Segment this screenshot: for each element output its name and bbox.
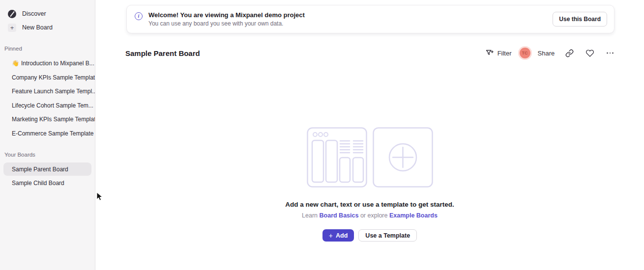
use-this-board-button[interactable]: Use this Board: [553, 12, 607, 27]
sidebar-item-label: New Board: [22, 24, 53, 31]
banner-title: Welcome! You are viewing a Mixpanel demo…: [148, 11, 305, 19]
sidebar-item-new-board[interactable]: + New Board: [0, 21, 95, 34]
sidebar-item-label: Lifecycle Cohort Sample Tem...: [12, 102, 93, 109]
plus-icon: +: [8, 24, 16, 32]
wave-emoji: 👋: [12, 60, 19, 67]
sidebar-item-label: Sample Parent Board: [12, 166, 68, 173]
empty-state-links: Learn Board Basics or explore Example Bo…: [302, 212, 438, 219]
sidebar-item-intro-mixpanel[interactable]: 👋 Introduction to Mixpanel B...: [0, 56, 95, 71]
board-header: Sample Parent Board Filter TC Share: [125, 46, 614, 60]
board-illustration-card-icon: [307, 127, 367, 188]
pinned-section-label: Pinned: [0, 46, 95, 52]
learn-prefix-text: Learn: [302, 212, 319, 219]
use-template-button[interactable]: Use a Template: [358, 229, 417, 242]
explore-middle-text: or explore: [358, 212, 389, 219]
demo-banner: i Welcome! You are viewing a Mixpanel de…: [126, 5, 615, 33]
copy-link-icon: [565, 49, 574, 57]
sidebar-item-label: Marketing KPIs Sample Template: [12, 116, 95, 123]
banner-text: Welcome! You are viewing a Mixpanel demo…: [148, 11, 305, 27]
info-icon: i: [135, 12, 143, 20]
sidebar-item-label: Feature Launch Sample Templ...: [12, 88, 95, 95]
sidebar-item-label: E-Commerce Sample Template: [12, 130, 94, 137]
sidebar-item-discover[interactable]: Discover: [0, 7, 95, 21]
page-title: Sample Parent Board: [125, 49, 200, 57]
share-label: Share: [538, 50, 555, 57]
more-menu-button[interactable]: [607, 53, 614, 54]
share-button[interactable]: Share: [538, 50, 555, 57]
sidebar-item-label: Discover: [22, 10, 46, 17]
favorite-heart-icon: [585, 49, 594, 57]
mixpanel-app: Discover + New Board Pinned 👋 Introducti…: [0, 0, 644, 270]
sidebar-item-feature-launch[interactable]: Feature Launch Sample Templ...: [0, 84, 95, 99]
empty-state: Add a new chart, text or use a template …: [95, 127, 644, 242]
sidebar-item-label: Company KPIs Sample Template: [12, 74, 95, 81]
main-area: i Welcome! You are viewing a Mixpanel de…: [95, 0, 644, 270]
banner-subtitle: You can use any board you see with your …: [148, 20, 305, 27]
filter-icon: [486, 49, 494, 57]
add-button[interactable]: + Add: [322, 229, 354, 242]
discover-icon: [8, 10, 16, 18]
header-controls: Filter TC Share: [486, 48, 614, 58]
example-boards-link[interactable]: Example Boards: [389, 212, 438, 219]
sidebar-item-ecommerce[interactable]: E-Commerce Sample Template: [0, 127, 95, 141]
copy-link-button[interactable]: [565, 49, 574, 57]
sidebar-item-lifecycle-cohort[interactable]: Lifecycle Cohort Sample Tem...: [0, 99, 95, 113]
filter-label: Filter: [498, 50, 512, 57]
your-boards-section-label: Your Boards: [0, 152, 95, 158]
more-menu-icon: [607, 53, 608, 54]
sidebar-item-sample-child-board[interactable]: Sample Child Board: [3, 176, 91, 189]
plus-icon: +: [329, 232, 333, 240]
favorite-button[interactable]: [585, 49, 594, 57]
sidebar: Discover + New Board Pinned 👋 Introducti…: [0, 0, 95, 270]
filter-button[interactable]: Filter: [486, 49, 512, 57]
board-basics-link[interactable]: Board Basics: [320, 212, 359, 219]
empty-state-heading: Add a new chart, text or use a template …: [285, 201, 454, 208]
add-button-label: Add: [336, 232, 348, 239]
empty-state-buttons: + Add Use a Template: [322, 229, 417, 242]
avatar[interactable]: TC: [520, 48, 530, 58]
sidebar-item-marketing-kpis[interactable]: Marketing KPIs Sample Template: [0, 112, 95, 127]
sidebar-item-label: Sample Child Board: [12, 180, 64, 187]
sidebar-item-sample-parent-board[interactable]: Sample Parent Board: [3, 162, 91, 176]
add-chart-illustration-icon: [373, 127, 433, 188]
sidebar-item-label: Introduction to Mixpanel B...: [21, 60, 94, 67]
sidebar-item-company-kpis[interactable]: Company KPIs Sample Template: [0, 71, 95, 85]
empty-state-illustration: [307, 127, 433, 188]
